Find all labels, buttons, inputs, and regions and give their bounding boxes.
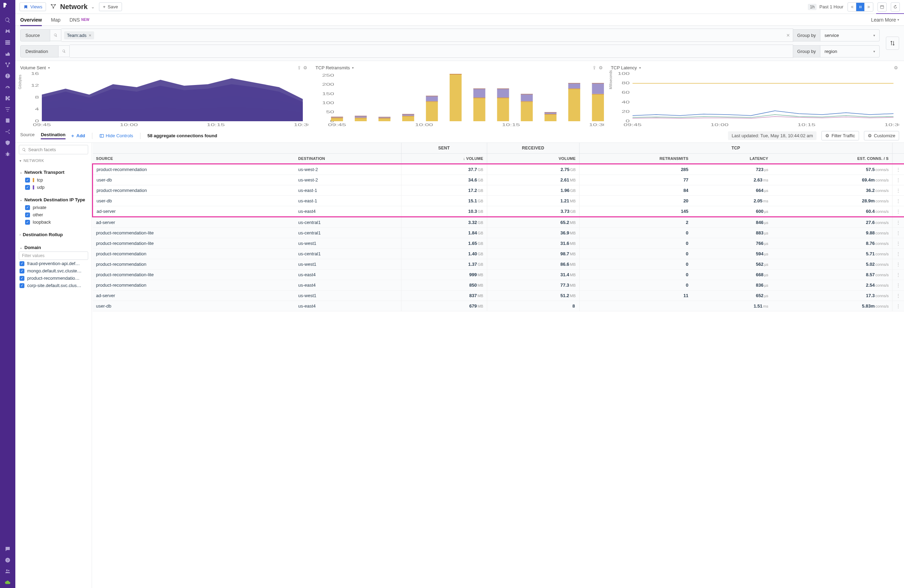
- customize-button[interactable]: ⚙Customize: [864, 131, 899, 140]
- flow-icon[interactable]: [0, 126, 15, 137]
- col-latency[interactable]: LATENCY: [692, 154, 771, 164]
- facet-opt-udp[interactable]: ✓udp: [19, 184, 88, 191]
- col-destination[interactable]: DESTINATION: [295, 154, 401, 164]
- row-menu-icon[interactable]: ⋮: [893, 206, 904, 217]
- row-menu-icon[interactable]: ⋮: [893, 270, 904, 280]
- col-retransmits[interactable]: RETRANSMITS: [579, 154, 692, 164]
- hide-controls-button[interactable]: Hide Controls: [99, 133, 133, 138]
- row-menu-icon[interactable]: ⋮: [893, 290, 904, 301]
- row-menu-icon[interactable]: ⋮: [893, 196, 904, 206]
- chat-icon[interactable]: [0, 544, 15, 555]
- facet-opt-other[interactable]: ✓other: [19, 211, 88, 218]
- table-row[interactable]: product-recommendationus-east-117.2GB1.9…: [93, 185, 904, 196]
- source-search-icon[interactable]: [50, 29, 61, 41]
- subtab-source[interactable]: Source: [20, 132, 35, 139]
- row-menu-icon[interactable]: ⋮: [893, 217, 904, 228]
- chart-title[interactable]: Volume Sent ▾: [20, 65, 50, 70]
- source-filter-input[interactable]: Team:ads× ✕: [61, 28, 793, 42]
- col-recv-volume[interactable]: VOLUME: [487, 154, 579, 164]
- dest-groupby-select[interactable]: region▾: [820, 45, 880, 57]
- swap-source-dest-button[interactable]: [886, 36, 899, 50]
- tab-dns[interactable]: DNSNEW: [70, 14, 90, 26]
- row-menu-icon[interactable]: ⋮: [893, 164, 904, 175]
- source-filter-pill[interactable]: Team:ads×: [64, 32, 94, 39]
- help-icon[interactable]: ?: [0, 555, 15, 566]
- domain-item[interactable]: ✓corp-site.default.svc.clus…: [19, 282, 88, 289]
- facet-opt-private[interactable]: ✓private: [19, 204, 88, 211]
- calendar-button[interactable]: [877, 2, 887, 11]
- chart-title[interactable]: TCP Latency ▾: [611, 65, 641, 70]
- tab-map[interactable]: Map: [51, 14, 60, 26]
- views-button[interactable]: Views: [19, 2, 46, 11]
- book-icon[interactable]: [0, 115, 15, 126]
- filter-icon[interactable]: [0, 104, 15, 115]
- facet-group-domain[interactable]: ⌄Domain: [19, 243, 88, 252]
- binoculars-icon[interactable]: [0, 26, 15, 37]
- refresh-button[interactable]: [891, 2, 900, 11]
- time-range[interactable]: 1h Past 1 Hour: [808, 4, 843, 10]
- clear-source-icon[interactable]: ✕: [786, 33, 790, 38]
- source-groupby-select[interactable]: service▾: [820, 29, 880, 41]
- puzzle-icon[interactable]: [0, 93, 15, 104]
- table-row[interactable]: ad-serverus-central13.32GB65.2MB2846µs27…: [93, 217, 904, 228]
- gear-icon[interactable]: ⚙: [893, 65, 899, 70]
- shield-icon[interactable]: [0, 137, 15, 148]
- export-icon[interactable]: ⇪: [591, 65, 598, 70]
- bug-icon[interactable]: [0, 148, 15, 159]
- dest-search-icon[interactable]: [58, 45, 70, 57]
- table-row[interactable]: user-dbus-west-234.6GB2.61MB772.63ms69.4…: [93, 175, 904, 185]
- row-menu-icon[interactable]: ⋮: [893, 238, 904, 249]
- export-icon[interactable]: ⇪: [296, 65, 302, 70]
- table-row[interactable]: product-recommendation-liteus-west11.65G…: [93, 238, 904, 249]
- gauge-icon[interactable]: [0, 82, 15, 93]
- facet-group-transport[interactable]: ⌄Network Transport: [19, 168, 88, 176]
- domain-item[interactable]: ✓mongo.default.svc.cluste…: [19, 267, 88, 274]
- remove-pill-icon[interactable]: ×: [89, 33, 91, 38]
- nav-next-button[interactable]: [864, 3, 873, 11]
- row-menu-icon[interactable]: ⋮: [893, 249, 904, 259]
- row-menu-icon[interactable]: ⋮: [893, 228, 904, 238]
- nav-prev-button[interactable]: [848, 3, 856, 11]
- row-menu-icon[interactable]: ⋮: [893, 301, 904, 311]
- domain-item[interactable]: ✓fraud-prevention-api.def…: [19, 260, 88, 267]
- table-row[interactable]: product-recommendation-liteus-central11.…: [93, 228, 904, 238]
- table-row[interactable]: user-dbus-east-115.1GB1.21MB202.05ms28.9…: [93, 196, 904, 206]
- col-conns[interactable]: EST. CONNS. / S: [771, 154, 892, 164]
- table-row[interactable]: product-recommendationus-central11.40GB9…: [93, 249, 904, 259]
- domain-filter-input[interactable]: Filter values: [19, 252, 88, 260]
- filter-traffic-button[interactable]: ⚙Filter Traffic: [822, 131, 859, 140]
- dest-filter-input[interactable]: [70, 44, 793, 58]
- table-row[interactable]: product-recommendationus-west11.37GB86.6…: [93, 259, 904, 270]
- facet-group-iptype[interactable]: ⌄Network Destination IP Type: [19, 196, 88, 204]
- cloud-icon[interactable]: [0, 577, 15, 588]
- save-button[interactable]: + Save: [99, 2, 122, 11]
- row-menu-icon[interactable]: ⋮: [893, 175, 904, 185]
- facet-group-rollup[interactable]: ›Destination Rollup: [19, 230, 88, 239]
- users-icon[interactable]: [0, 566, 15, 577]
- search-icon[interactable]: [0, 15, 15, 26]
- gear-icon[interactable]: ⚙: [598, 65, 604, 70]
- col-source[interactable]: SOURCE: [93, 154, 295, 164]
- facet-opt-tcp[interactable]: ✓tcp: [19, 176, 88, 184]
- table-row[interactable]: ad-serverus-east410.3GB3.73GB145600µs60.…: [93, 206, 904, 217]
- domain-item[interactable]: ✓product-recommendatio…: [19, 274, 88, 282]
- subtab-destination[interactable]: Destination: [41, 132, 65, 139]
- table-row[interactable]: product-recommendation-liteus-east4999MB…: [93, 270, 904, 280]
- title-dropdown-icon[interactable]: ⌄: [91, 4, 95, 9]
- network-icon[interactable]: [0, 59, 15, 70]
- table-row[interactable]: product-recommendationus-west-237.7GB2.7…: [93, 164, 904, 175]
- nav-pause-button[interactable]: [856, 3, 864, 11]
- facet-search-input[interactable]: Search facets: [19, 145, 88, 154]
- learn-more-link[interactable]: Learn More ▾: [871, 17, 899, 23]
- tab-overview[interactable]: Overview: [20, 14, 42, 26]
- gear-icon[interactable]: ⚙: [302, 65, 308, 70]
- col-sent-volume[interactable]: ↓VOLUME: [401, 154, 487, 164]
- alert-icon[interactable]: [0, 70, 15, 82]
- row-menu-icon[interactable]: ⋮: [893, 280, 904, 290]
- chart-icon[interactable]: [0, 48, 15, 59]
- facet-section-network[interactable]: ▾NETWORK: [19, 156, 88, 165]
- table-row[interactable]: user-dbus-east4679MB81.51ms5.83mconns/s⋮: [93, 301, 904, 311]
- row-menu-icon[interactable]: ⋮: [893, 259, 904, 270]
- table-row[interactable]: product-recommendationus-east4850MB77.3M…: [93, 280, 904, 290]
- add-button[interactable]: ＋Add: [70, 133, 85, 139]
